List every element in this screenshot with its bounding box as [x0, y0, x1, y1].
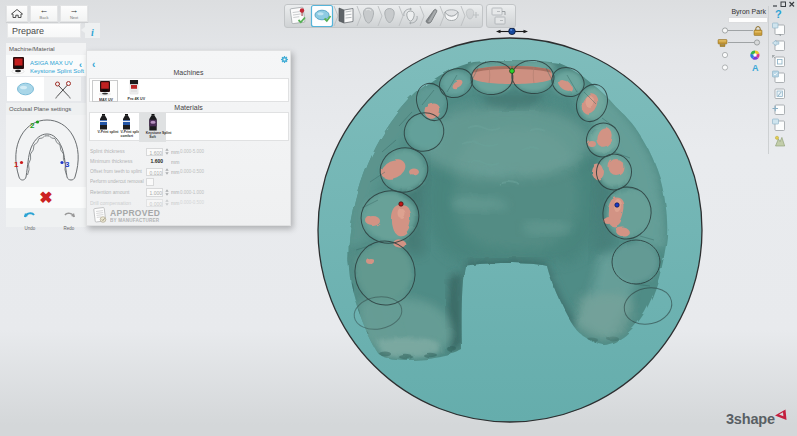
svg-text:A: A: [752, 63, 759, 73]
svg-text:2: 2: [30, 121, 35, 130]
svg-text:3: 3: [65, 160, 70, 169]
svg-text:1: 1: [14, 160, 19, 169]
svg-text:3shape: 3shape: [726, 411, 775, 427]
